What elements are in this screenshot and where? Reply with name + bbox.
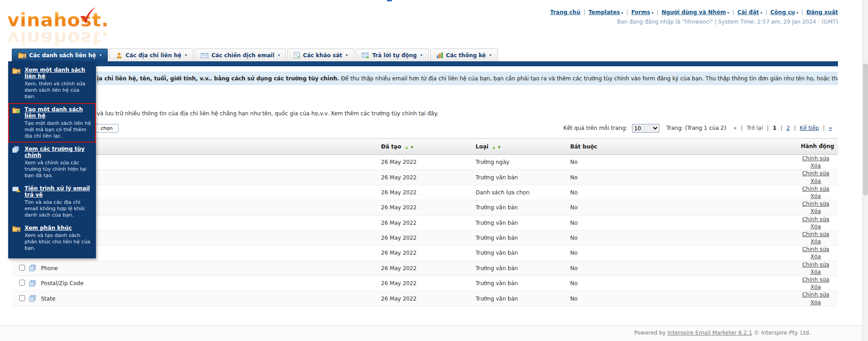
- row-actions: Chỉnh sửa Xóa: [797, 246, 838, 261]
- edit-link[interactable]: Chỉnh sửa: [802, 231, 829, 237]
- menu-item-view-segments[interactable]: Xem phân khúcXem và tạo danh sách phân k…: [8, 222, 96, 255]
- logo-reflection: vinahost.: [7, 29, 109, 48]
- edit-link[interactable]: Chỉnh sửa: [802, 155, 829, 162]
- field-type: Trường văn bản: [475, 291, 569, 306]
- delete-link[interactable]: Xóa: [811, 238, 821, 245]
- folder-user-icon: [12, 225, 20, 232]
- delete-link[interactable]: Xóa: [811, 269, 821, 275]
- menu-item-title: Tạo một danh sách liên hệ: [25, 106, 91, 119]
- chevron-down-icon: ▾: [796, 11, 798, 15]
- nav-link-users-groups[interactable]: Người dùng và Nhóm: [662, 9, 726, 15]
- contacts-icon: [115, 52, 123, 59]
- delete-link[interactable]: Xóa: [811, 299, 821, 306]
- nav-link-settings[interactable]: Cài đặt: [738, 9, 759, 15]
- field-type: Trường ngày: [475, 155, 569, 170]
- field-name: State: [40, 291, 380, 306]
- delete-link[interactable]: Xóa: [811, 284, 821, 290]
- row-actions: Chỉnh sửa Xóa: [797, 215, 838, 230]
- field-created: 26 May 2022: [380, 200, 475, 215]
- sort-desc-icon[interactable]: ▼: [411, 145, 413, 149]
- survey-icon: [294, 52, 300, 59]
- menu-item-title: Xem các trường tùy chỉnh: [25, 146, 91, 158]
- row-checkbox-cell: [12, 261, 28, 276]
- field-created: 26 May 2022: [380, 246, 475, 261]
- menu-item-view-custom-fields[interactable]: Xem các trường tùy chỉnhXem và chỉnh sửa…: [8, 143, 96, 182]
- pages-icon: [12, 146, 19, 153]
- table-row: State26 May 2022Trường văn bảnNoChỉnh sử…: [12, 291, 838, 306]
- chevron-down-icon: ▾: [728, 11, 729, 15]
- row-checkbox[interactable]: [19, 295, 25, 301]
- tab-email-campaigns[interactable]: Các chiến dịch email▾: [195, 49, 286, 61]
- tab-label: Trả lời tự động: [372, 52, 417, 59]
- edit-link[interactable]: Chỉnh sửa: [802, 246, 829, 252]
- table-row: 26 May 2022Danh sách lựa chọnNoChỉnh sửa…: [12, 185, 838, 200]
- header-required: Bắt buộc: [569, 138, 797, 155]
- menu-item-view-contact-list[interactable]: Xem một danh sách liên hệXem, thêm và ch…: [8, 64, 96, 103]
- header-created-label: Đã tạo: [381, 143, 401, 150]
- field-created: 26 May 2022: [380, 155, 475, 170]
- edit-link[interactable]: Chỉnh sửa: [802, 186, 829, 192]
- edit-link[interactable]: Chỉnh sửa: [802, 201, 829, 207]
- nav-link-home[interactable]: Trang chủ: [550, 9, 580, 15]
- pager-separator: |: [741, 125, 743, 131]
- pager-next[interactable]: Kế tiếp: [800, 125, 819, 131]
- product-link[interactable]: Interspire Email Marketer 6.2.1: [667, 330, 752, 336]
- tab-contacts[interactable]: Các địa chỉ liên hệ▾: [109, 49, 193, 61]
- field-created: 26 May 2022: [380, 230, 475, 245]
- delete-link[interactable]: Xóa: [811, 223, 821, 230]
- edit-link[interactable]: Chỉnh sửa: [802, 216, 829, 222]
- chevron-down-icon: ▾: [760, 11, 762, 15]
- chevron-down-icon: ▾: [100, 53, 101, 57]
- page-description: và lưu trữ nhiều thông tin của địa chỉ l…: [12, 110, 838, 117]
- tab-statistics[interactable]: Các thống kê▾: [430, 49, 498, 61]
- row-checkbox[interactable]: [19, 265, 25, 271]
- nav-link-logout[interactable]: Đăng xuất: [806, 9, 838, 15]
- chevron-down-icon: ▾: [652, 11, 653, 15]
- edit-link[interactable]: Chỉnh sửa: [802, 277, 829, 283]
- header-created: Đã tạo ▲ ▼: [380, 138, 475, 155]
- row-actions: Chỉnh sửa Xóa: [797, 230, 838, 245]
- row-checkbox[interactable]: [19, 280, 25, 286]
- menu-item-bounce-processing[interactable]: Tiến trình xử lý email trả vềTìm và xóa …: [8, 182, 96, 222]
- tab-contact-lists[interactable]: Các danh sách liên hệ▾: [12, 49, 108, 61]
- edit-link[interactable]: Chỉnh sửa: [802, 170, 829, 177]
- delete-link[interactable]: Xóa: [811, 178, 821, 184]
- row-actions: Chỉnh sửa Xóa: [797, 291, 838, 306]
- nav-link-templates[interactable]: Templates: [588, 9, 620, 15]
- pager-page-1[interactable]: 1: [773, 125, 776, 131]
- scrollbar-thumb[interactable]: [863, 64, 868, 195]
- table-header-row: Đã tạo ▲ ▼ Loại ▲ ▼ Bắt buộc Hành động: [12, 138, 838, 155]
- tab-autoresponders[interactable]: Trả lời tự động▾: [356, 49, 429, 61]
- delete-link[interactable]: Xóa: [811, 193, 821, 199]
- pager-prev[interactable]: Trở lại: [747, 125, 763, 131]
- sort-asc-icon[interactable]: ▲: [406, 145, 408, 149]
- edit-link[interactable]: Chỉnh sửa: [802, 262, 829, 268]
- per-page-select[interactable]: 10: [632, 124, 659, 133]
- top-blue-dash: [387, 0, 392, 1]
- pager-page-2[interactable]: 2: [787, 125, 790, 131]
- delete-link[interactable]: Xóa: [811, 163, 821, 169]
- contact-lists-dropdown-menu: Xem một danh sách liên hệXem, thêm và ch…: [8, 61, 96, 258]
- row-actions: Chỉnh sửa Xóa: [797, 200, 838, 215]
- row-icon-cell: [28, 291, 40, 306]
- nav-link-forms[interactable]: Forms: [631, 9, 650, 15]
- sort-desc-icon[interactable]: ▼: [498, 145, 501, 149]
- delete-link[interactable]: Xóa: [811, 253, 821, 260]
- row-actions: Chỉnh sửa Xóa: [797, 276, 838, 291]
- header-action: Hành động: [797, 138, 838, 155]
- vinahost-logo[interactable]: vinahost. vinahost.: [7, 11, 112, 39]
- sort-asc-icon[interactable]: ▲: [492, 145, 495, 149]
- edit-link[interactable]: Chỉnh sửa: [802, 292, 829, 298]
- delete-link[interactable]: Xóa: [811, 208, 821, 214]
- pager-first[interactable]: «: [733, 125, 737, 131]
- pager-separator: |: [823, 125, 825, 131]
- menu-item-title: Xem phân khúc: [25, 225, 91, 231]
- tab-surveys[interactable]: Các khảo sát▾: [287, 49, 354, 61]
- main-content: ịa chỉ liên hệ, tên, tuổi, giới tính, v.…: [12, 66, 838, 341]
- chevron-down-icon: ▾: [621, 11, 623, 15]
- vertical-scrollbar: [862, 0, 868, 341]
- nav-link-tools[interactable]: Công cụ: [770, 9, 795, 15]
- menu-item-create-contact-list[interactable]: Tạo một danh sách liên hệTạo một danh sá…: [8, 103, 96, 143]
- pager-last[interactable]: »: [829, 125, 832, 131]
- field-created: 26 May 2022: [380, 185, 475, 200]
